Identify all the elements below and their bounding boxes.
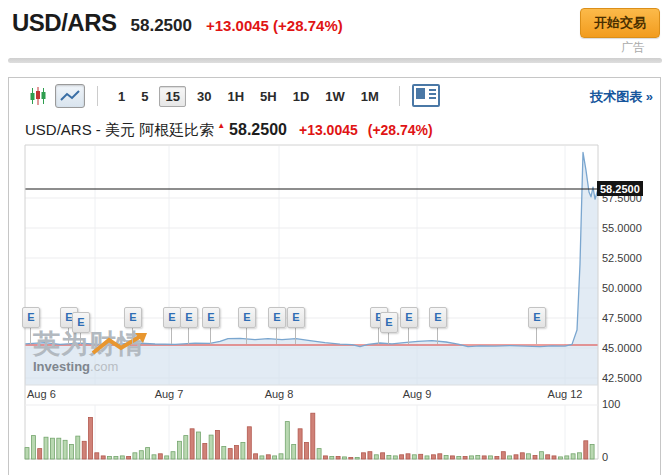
volume-bar	[343, 457, 347, 459]
volume-bar	[38, 449, 42, 459]
volume-bar	[520, 453, 524, 459]
volume-bar	[254, 454, 258, 459]
volume-bar	[101, 456, 105, 459]
volume-bar	[266, 455, 270, 459]
volume-bar	[228, 449, 232, 459]
volume-bar	[146, 448, 150, 459]
volume-bar	[273, 456, 277, 459]
volume-bar	[412, 455, 416, 459]
volume-bar	[25, 448, 29, 459]
event-flag-stem	[132, 326, 133, 344]
event-flag-stem	[246, 326, 247, 344]
event-flag[interactable]: E	[22, 307, 40, 328]
current-price-badge: 58.2500	[597, 181, 643, 196]
volume-bar	[323, 456, 327, 459]
volume-bar	[69, 444, 73, 459]
volume-bar	[349, 457, 353, 459]
price-area-fill	[25, 152, 598, 385]
chart-plot-area[interactable]	[0, 0, 671, 475]
volume-bar	[387, 455, 391, 459]
volume-bar	[470, 456, 474, 459]
event-flag[interactable]: E	[124, 307, 142, 328]
event-flag[interactable]: E	[429, 307, 447, 328]
event-flag[interactable]: E	[180, 307, 198, 328]
event-flag-stem	[408, 326, 409, 344]
volume-bar	[203, 443, 207, 459]
volume-bar	[558, 457, 562, 459]
volume-bar	[482, 456, 486, 459]
event-flag[interactable]: E	[202, 307, 220, 328]
volume-bar	[247, 427, 251, 459]
volume-bar	[571, 454, 575, 459]
volume-bar	[127, 456, 131, 459]
volume-bar	[476, 455, 480, 459]
event-flag[interactable]: E	[528, 307, 546, 328]
volume-bar	[355, 457, 359, 459]
volume-bar	[590, 444, 594, 459]
volume-bar	[108, 456, 112, 459]
volume-bar	[406, 454, 410, 459]
volume-bar	[393, 456, 397, 459]
volume-bar	[546, 455, 550, 459]
volume-bar	[50, 438, 54, 459]
volume-bar	[57, 438, 61, 459]
volume-bar	[304, 442, 308, 459]
volume-bar	[196, 432, 200, 459]
volume-bar	[565, 456, 569, 459]
volume-bar	[216, 430, 220, 459]
event-flag[interactable]: E	[400, 307, 418, 328]
event-flag-stem	[210, 326, 211, 344]
volume-bar	[165, 456, 169, 459]
volume-bar	[171, 452, 175, 459]
volume-bar	[374, 455, 378, 459]
volume-bar	[539, 452, 543, 459]
volume-bar	[489, 456, 493, 459]
volume-bar	[285, 422, 289, 459]
event-flag-stem	[171, 326, 172, 344]
event-flag-stem	[188, 326, 189, 344]
event-flag-stem	[276, 326, 277, 344]
volume-bar	[577, 453, 581, 459]
volume-bar	[368, 452, 372, 459]
event-flag[interactable]: E	[163, 307, 181, 328]
volume-bar	[317, 449, 321, 459]
event-flag[interactable]: E	[72, 312, 90, 333]
event-flag-stem	[378, 326, 379, 344]
volume-bar	[552, 456, 556, 459]
volume-bar	[177, 441, 181, 459]
volume-bar	[495, 456, 499, 459]
volume-bar	[120, 456, 124, 459]
volume-bar	[260, 456, 264, 459]
event-flag-stem	[536, 326, 537, 344]
event-flag[interactable]: E	[380, 312, 398, 333]
volume-bar	[158, 454, 162, 459]
volume-bar	[527, 454, 531, 459]
volume-bar	[63, 440, 67, 459]
volume-bar	[82, 441, 86, 459]
volume-bar	[311, 413, 315, 459]
volume-bar	[44, 437, 48, 459]
volume-bar	[279, 454, 283, 459]
event-flag[interactable]: E	[268, 307, 286, 328]
volume-bar	[457, 456, 461, 459]
volume-bar	[584, 441, 588, 459]
volume-bar	[241, 442, 245, 459]
event-flag-stem	[30, 326, 31, 344]
event-flag-stem	[295, 326, 296, 344]
volume-bar	[419, 454, 423, 459]
volume-bar	[89, 417, 93, 459]
volume-bar	[114, 456, 118, 459]
volume-bar	[31, 436, 35, 459]
volume-bar	[133, 453, 137, 459]
event-flag-stem	[437, 326, 438, 344]
event-flag[interactable]: E	[287, 307, 305, 328]
volume-bar	[298, 429, 302, 459]
volume-bar	[501, 452, 505, 459]
volume-bar	[139, 451, 143, 459]
event-flag-stem	[68, 326, 69, 344]
event-flag[interactable]: E	[238, 307, 256, 328]
volume-bar	[95, 453, 99, 459]
volume-bar	[425, 456, 429, 459]
volume-bar	[336, 456, 340, 459]
volume-bar	[190, 429, 194, 459]
